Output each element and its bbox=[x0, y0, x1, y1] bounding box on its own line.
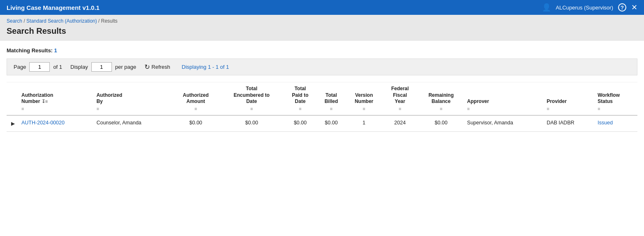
col-authorized-by: AuthorizedBy ≡ bbox=[94, 82, 172, 116]
filter-authorized-amount[interactable]: ≡ bbox=[174, 106, 217, 112]
sort-auth-number[interactable]: ↧≡ bbox=[42, 98, 48, 104]
results-count: 1 bbox=[54, 47, 57, 54]
filter-total-encumbered[interactable]: ≡ bbox=[222, 106, 281, 112]
table-row: ▶AUTH-2024-00020Counselor, Amanda$0.00$0… bbox=[7, 115, 637, 132]
filter-federal-fiscal-year[interactable]: ≡ bbox=[385, 106, 415, 112]
filter-approver[interactable]: ≡ bbox=[467, 106, 542, 112]
col-auth-number: AuthorizationNumber ↧≡ ≡ bbox=[19, 82, 94, 116]
col-workflow-status: WorkflowStatus ≡ bbox=[595, 82, 637, 116]
page-input[interactable] bbox=[29, 62, 50, 72]
breadcrumb-search[interactable]: Search bbox=[7, 18, 22, 24]
col-total-encumbered: TotalEncumbered toDate ≡ bbox=[220, 82, 284, 116]
filter-version-number[interactable]: ≡ bbox=[348, 106, 380, 112]
approver-cell: Supervisor, Amanda bbox=[465, 115, 544, 132]
user-icon: 👤 bbox=[542, 3, 551, 12]
col-total-paid: TotalPaid toDate ≡ bbox=[284, 82, 317, 116]
filter-auth-number[interactable]: ≡ bbox=[21, 106, 91, 112]
expand-cell: ▶ bbox=[7, 115, 19, 132]
pagination-bar: Page of 1 Display per page ↻ Refresh Dis… bbox=[7, 58, 637, 75]
auth-number-cell: AUTH-2024-00020 bbox=[19, 115, 94, 132]
top-bar-right: 👤 ALCuperus (Supervisor) ? ✕ bbox=[542, 3, 637, 12]
app-title: Living Case Management v1.0.1 bbox=[7, 4, 100, 11]
total-encumbered-cell: $0.00 bbox=[220, 115, 284, 132]
col-authorized-amount: AuthorizedAmount ≡ bbox=[172, 82, 220, 116]
display-input[interactable] bbox=[91, 62, 112, 72]
page-label: Page bbox=[14, 64, 26, 70]
matching-results: Matching Results: 1 bbox=[7, 47, 637, 54]
total-billed-cell: $0.00 bbox=[317, 115, 346, 132]
display-label: Display bbox=[70, 64, 88, 70]
version-number-cell: 1 bbox=[346, 115, 382, 132]
col-total-billed: TotalBilled ≡ bbox=[317, 82, 346, 116]
help-icon[interactable]: ? bbox=[618, 3, 626, 12]
user-label: ALCuperus (Supervisor) bbox=[556, 5, 613, 11]
col-version-number: VersionNumber ≡ bbox=[346, 82, 382, 116]
top-bar: Living Case Management v1.0.1 👤 ALCuperu… bbox=[0, 0, 644, 15]
of-label: of 1 bbox=[53, 64, 62, 70]
total-paid-cell: $0.00 bbox=[284, 115, 317, 132]
page-title: Search Results bbox=[7, 26, 637, 39]
filter-remaining-balance[interactable]: ≡ bbox=[420, 106, 462, 112]
per-page-label: per page bbox=[115, 64, 136, 70]
filter-authorized-by[interactable]: ≡ bbox=[96, 106, 169, 112]
federal-fiscal-year-cell: 2024 bbox=[382, 115, 417, 132]
auth-number-link[interactable]: AUTH-2024-00020 bbox=[21, 120, 65, 126]
refresh-icon: ↻ bbox=[144, 63, 150, 71]
col-approver: Approver ≡ bbox=[465, 82, 544, 116]
authorized-amount-cell: $0.00 bbox=[172, 115, 220, 132]
col-remaining-balance: RemainingBalance ≡ bbox=[418, 82, 465, 116]
table-header-row: AuthorizationNumber ↧≡ ≡ AuthorizedBy ≡ … bbox=[7, 82, 637, 116]
filter-workflow-status[interactable]: ≡ bbox=[598, 106, 635, 112]
workflow-status-cell: Issued bbox=[595, 115, 637, 132]
col-expand bbox=[7, 82, 19, 116]
results-table: AuthorizationNumber ↧≡ ≡ AuthorizedBy ≡ … bbox=[7, 82, 637, 132]
authorized-by-cell: Counselor, Amanda bbox=[94, 115, 172, 132]
filter-total-billed[interactable]: ≡ bbox=[319, 106, 343, 112]
close-icon[interactable]: ✕ bbox=[631, 3, 637, 12]
matching-label: Matching Results: bbox=[7, 47, 53, 54]
breadcrumb-results: Results bbox=[101, 18, 118, 24]
col-provider: Provider ≡ bbox=[544, 82, 595, 116]
breadcrumb-section: Search / Standard Search (Authorization)… bbox=[0, 15, 644, 41]
filter-total-paid[interactable]: ≡ bbox=[286, 106, 314, 112]
breadcrumb-standard-search[interactable]: Standard Search (Authorization) bbox=[26, 18, 97, 24]
main-content: Matching Results: 1 Page of 1 Display pe… bbox=[0, 41, 644, 132]
breadcrumb: Search / Standard Search (Authorization)… bbox=[7, 18, 637, 24]
remaining-balance-cell: $0.00 bbox=[418, 115, 465, 132]
filter-provider[interactable]: ≡ bbox=[546, 106, 593, 112]
refresh-label: Refresh bbox=[151, 64, 170, 70]
displaying-text: Displaying 1 - 1 of 1 bbox=[182, 64, 229, 70]
expand-button[interactable]: ▶ bbox=[9, 120, 16, 127]
provider-cell: DAB IADBR bbox=[544, 115, 595, 132]
col-federal-fiscal-year: FederalFiscalYear ≡ bbox=[382, 82, 417, 116]
refresh-button[interactable]: ↻ Refresh bbox=[144, 63, 170, 71]
